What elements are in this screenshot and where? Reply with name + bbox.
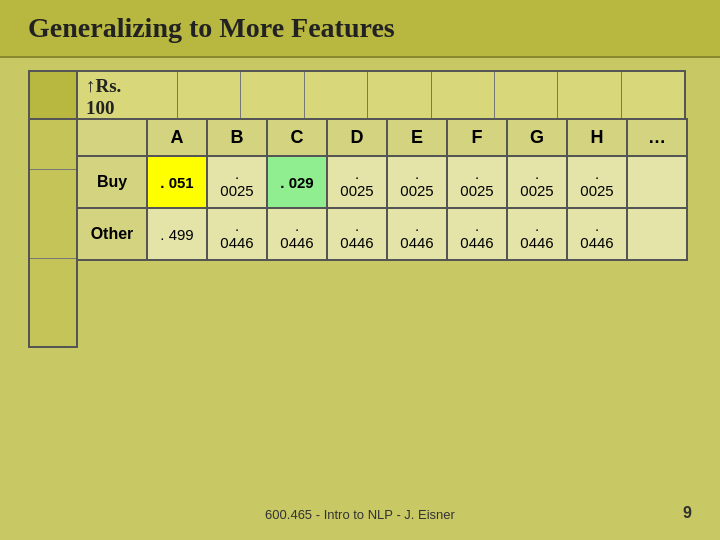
- header-f: F: [447, 119, 507, 156]
- row-other: Other . 499 . 0446 . 0446 . 0446 . 0446 …: [77, 208, 687, 260]
- cell-other-h: . 0446: [567, 208, 627, 260]
- cell-buy-d: . 0025: [327, 156, 387, 208]
- corner-piece: [28, 70, 78, 120]
- tf-col3: [241, 72, 304, 118]
- data-table: A B C D E F G H … Buy . 051: [76, 118, 688, 261]
- left-face-rows: [30, 120, 76, 346]
- header-row: A B C D E F G H …: [77, 119, 687, 156]
- top-face-dividers: [78, 72, 684, 118]
- tf-col8: [558, 72, 621, 118]
- cell-other-f: . 0446: [447, 208, 507, 260]
- header-b: B: [207, 119, 267, 156]
- tf-col7: [495, 72, 558, 118]
- lf-row1: [30, 120, 76, 170]
- page-number-container: 9: [683, 504, 692, 522]
- header-blank: [77, 119, 147, 156]
- left-face: [28, 118, 78, 348]
- header-d: D: [327, 119, 387, 156]
- header-g: G: [507, 119, 567, 156]
- cell-other-ellipsis: [627, 208, 687, 260]
- cell-buy-g: . 0025: [507, 156, 567, 208]
- row-buy: Buy . 051 . 0025 . 029 . 0025 . 0025 . 0…: [77, 156, 687, 208]
- lf-row2: [30, 170, 76, 259]
- slide-title: Generalizing to More Features: [28, 12, 395, 44]
- cell-other-e: . 0446: [387, 208, 447, 260]
- footer-text: 600.465 - Intro to NLP - J. Eisner: [265, 507, 455, 522]
- cell-buy-b: . 0025: [207, 156, 267, 208]
- lf-row3: [30, 259, 76, 347]
- cell-buy-ellipsis: [627, 156, 687, 208]
- tf-col9: [622, 72, 684, 118]
- header-ellipsis: …: [627, 119, 687, 156]
- page-number: 9: [683, 504, 692, 521]
- tf-col2: [178, 72, 241, 118]
- row-label-other: Other: [77, 208, 147, 260]
- cell-buy-f: . 0025: [447, 156, 507, 208]
- front-face: A B C D E F G H … Buy . 051: [76, 118, 688, 261]
- tf-col4: [305, 72, 368, 118]
- header-a: A: [147, 119, 207, 156]
- cell-buy-e: . 0025: [387, 156, 447, 208]
- row-label-buy: Buy: [77, 156, 147, 208]
- title-bar: Generalizing to More Features: [0, 0, 720, 58]
- footer: 600.465 - Intro to NLP - J. Eisner: [0, 507, 720, 522]
- tf-col6: [432, 72, 495, 118]
- cell-other-g: . 0446: [507, 208, 567, 260]
- top-face: [76, 70, 686, 120]
- cell-other-a: . 499: [147, 208, 207, 260]
- header-h: H: [567, 119, 627, 156]
- tf-col5: [368, 72, 431, 118]
- label-rs100: ↑Rs. 100: [86, 75, 135, 119]
- cell-other-c: . 0446: [267, 208, 327, 260]
- cell-buy-h: . 0025: [567, 156, 627, 208]
- cell-other-d: . 0446: [327, 208, 387, 260]
- cell-buy-c: . 029: [267, 156, 327, 208]
- cell-other-b: . 0446: [207, 208, 267, 260]
- cell-buy-a: . 051: [147, 156, 207, 208]
- header-c: C: [267, 119, 327, 156]
- slide: Generalizing to More Features: [0, 0, 720, 540]
- header-e: E: [387, 119, 447, 156]
